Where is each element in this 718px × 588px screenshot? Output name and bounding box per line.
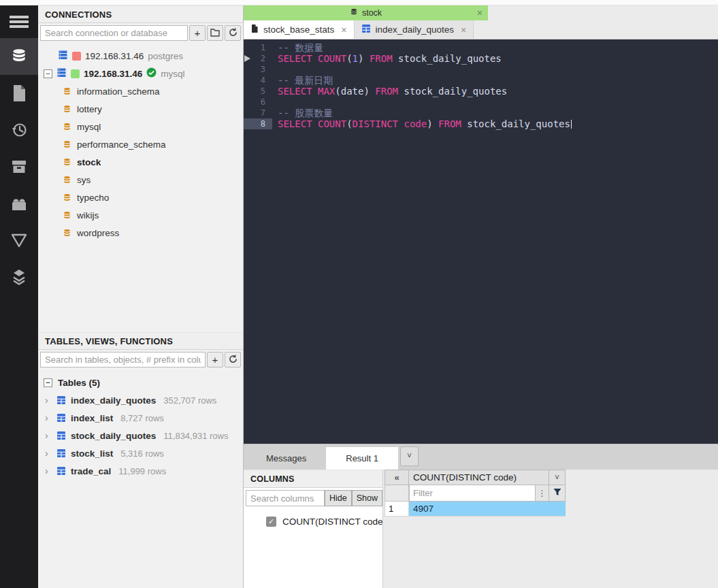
add-connection-button[interactable]: + — [189, 25, 206, 41]
result-value-cell[interactable]: 4907 — [409, 502, 566, 517]
refresh-tables-button[interactable] — [225, 352, 241, 368]
code-line[interactable]: 5 SELECT MAX(date) FROM stock_daily_quot… — [244, 86, 718, 97]
code-line-content[interactable]: -- 数据量 — [272, 42, 323, 53]
code-line[interactable]: 2 SELECT COUNT(1) FROM stock_daily_quote… — [244, 53, 718, 64]
database-item[interactable]: wikijs — [38, 206, 243, 224]
database-item[interactable]: mysql — [38, 118, 243, 135]
collapse-expander-icon[interactable]: − — [44, 378, 52, 387]
grid-header-row: « COUNT(DISTINCT code) ˅ — [385, 470, 566, 485]
code-line-content[interactable]: -- 最新日期 — [272, 75, 333, 86]
grid-column-header[interactable]: COUNT(DISTINCT code) — [409, 470, 549, 485]
code-line-content[interactable] — [272, 97, 278, 108]
refresh-icon — [229, 354, 238, 365]
database-name: wikijs — [77, 210, 99, 220]
new-folder-button[interactable] — [207, 25, 223, 41]
columns-panel-title: COLUMNS — [244, 470, 382, 488]
connections-search-input[interactable] — [40, 25, 188, 41]
table-item[interactable]: › stock_daily_quotes 11,834,931 rows — [38, 427, 243, 444]
database-item[interactable]: wordpress — [38, 224, 243, 242]
code-line-content[interactable] — [272, 64, 278, 75]
table-icon — [56, 413, 66, 423]
sidebar-item-apps[interactable] — [0, 185, 38, 222]
code-line[interactable]: 8 SELECT COUNT(DISTINCT code) FROM stock… — [244, 118, 718, 129]
database-item[interactable]: typecho — [38, 189, 243, 206]
grid-filter-row: ⋮ — [385, 485, 566, 502]
connection-item-postgres[interactable]: 192.168.31.46 postgres — [38, 47, 243, 65]
run-marker-icon[interactable] — [244, 55, 250, 62]
code-line-content[interactable]: SELECT COUNT(1) FROM stock_daily_quotes — [272, 53, 502, 64]
show-column-button[interactable]: Show — [352, 490, 382, 506]
table-item[interactable]: › stock_list 5,316 rows — [38, 444, 243, 462]
database-name: lottery — [77, 104, 102, 114]
code-line[interactable]: 3 — [244, 64, 718, 75]
file-group-tab-stock[interactable]: stock × — [244, 5, 488, 20]
connection-engine: postgres — [148, 51, 183, 61]
sidebar-item-connections[interactable] — [0, 38, 38, 75]
column-checkbox-item[interactable]: ✓ COUNT(DISTINCT code) — [244, 517, 382, 527]
checkbox-checked-icon[interactable]: ✓ — [266, 517, 276, 527]
filter-input[interactable] — [409, 485, 536, 502]
code-line[interactable]: 4 -- 最新日期 — [244, 75, 718, 86]
close-tab-icon[interactable]: × — [461, 24, 466, 35]
table-item[interactable]: › index_list 8,727 rows — [38, 409, 243, 427]
tab-label: index_daily_quotes — [376, 24, 455, 35]
line-number: 1 — [244, 42, 272, 53]
code-line-content[interactable]: -- 股票数量 — [272, 108, 333, 118]
table-row-count: 8,727 rows — [120, 413, 164, 423]
code-line[interactable]: 6 — [244, 97, 718, 108]
add-table-button[interactable]: + — [207, 352, 223, 368]
filter-options-button[interactable]: ⋮ — [536, 485, 549, 502]
chevron-right-icon[interactable]: › — [45, 396, 52, 404]
menu-button[interactable] — [0, 5, 38, 38]
table-item[interactable]: › trade_cal 11,999 rows — [38, 462, 243, 480]
tab-result-1[interactable]: Result 1 — [326, 447, 398, 470]
database-item[interactable]: sys — [38, 171, 243, 189]
tables-group-row[interactable]: − Tables (5) — [38, 374, 243, 391]
tab-messages[interactable]: Messages — [246, 447, 326, 470]
database-item[interactable]: lottery — [38, 100, 243, 118]
funnel-icon — [553, 488, 561, 498]
code-line-content[interactable]: SELECT MAX(date) FROM stock_daily_quotes — [272, 86, 507, 97]
row-number-cell[interactable]: 1 — [385, 502, 409, 517]
table-item[interactable]: › index_daily_quotes 352,707 rows — [38, 391, 243, 409]
database-name: wordpress — [77, 228, 119, 238]
tables-search-input[interactable] — [40, 352, 206, 368]
sidebar-item-archive[interactable] — [0, 148, 38, 185]
sidebar-item-history[interactable] — [0, 112, 38, 148]
result-tabs-dropdown-button[interactable]: ˅ — [400, 446, 419, 466]
database-item[interactable]: information_schema — [38, 82, 243, 100]
tables-panel-title: TABLES, VIEWS, FUNCTIONS — [38, 332, 243, 350]
column-menu-button[interactable]: ˅ — [549, 470, 566, 485]
chevron-right-icon[interactable]: › — [45, 414, 52, 422]
tab-stock-base-stats[interactable]: stock_base_stats × — [244, 20, 355, 39]
refresh-icon — [229, 27, 238, 39]
result-row[interactable]: 1 4907 — [385, 502, 566, 517]
collapse-expander-icon[interactable]: − — [44, 69, 52, 78]
refresh-connections-button[interactable] — [225, 25, 241, 41]
hamburger-icon — [10, 15, 29, 29]
database-item[interactable]: stock — [38, 153, 243, 171]
hide-column-button[interactable]: Hide — [325, 490, 352, 506]
collapse-columns-button[interactable]: « — [385, 470, 409, 485]
close-group-icon[interactable]: × — [477, 7, 483, 18]
sql-editor[interactable]: 1 -- 数据量 2 SELECT COUNT(1) FROM stock_da… — [244, 39, 718, 444]
table-name: trade_cal — [71, 466, 111, 476]
folder-icon — [210, 27, 220, 39]
sidebar-item-queries[interactable] — [0, 222, 38, 259]
sidebar-item-files[interactable] — [0, 75, 38, 112]
columns-search-input[interactable] — [246, 490, 325, 506]
chevron-right-icon[interactable]: › — [45, 467, 52, 475]
activity-bar — [0, 5, 38, 588]
database-item[interactable]: performance_schema — [38, 135, 243, 153]
filter-funnel-button[interactable] — [549, 485, 566, 502]
chevron-right-icon[interactable]: › — [45, 449, 52, 457]
tab-index-daily-quotes[interactable]: index_daily_quotes × — [355, 20, 474, 39]
code-line[interactable]: 7 -- 股票数量 — [244, 108, 718, 118]
table-icon — [56, 466, 66, 476]
sidebar-item-plugins[interactable] — [0, 259, 38, 295]
code-line-content[interactable]: SELECT COUNT(DISTINCT code) FROM stock_d… — [272, 118, 572, 129]
connection-item-mysql[interactable]: − 192.168.31.46 mysql — [38, 65, 243, 82]
code-line[interactable]: 1 -- 数据量 — [244, 42, 718, 53]
chevron-right-icon[interactable]: › — [45, 431, 52, 440]
close-tab-icon[interactable]: × — [341, 24, 346, 35]
